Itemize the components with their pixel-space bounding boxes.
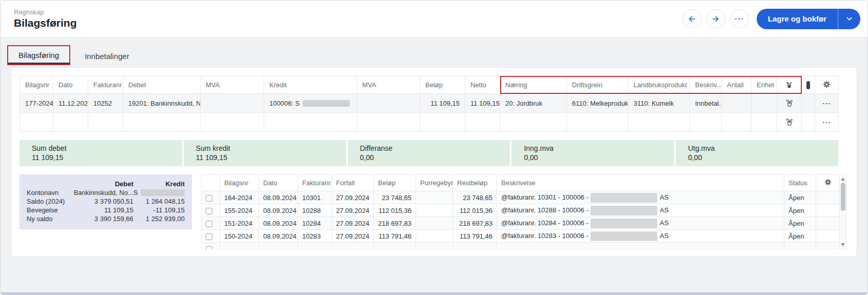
cell-naering[interactable]: 20: Jordbruk (500, 94, 567, 113)
tab-bilagsforing[interactable]: Bilagsføring (8, 46, 69, 64)
invoice-row[interactable]: 151-2024 08.09.2024 10284 27.09.2024 218… (202, 217, 840, 230)
cell-driftsgrein[interactable] (567, 113, 628, 132)
cell-restbelop: 112 015,36 (453, 204, 497, 217)
sum-value: 11 109,15 (32, 153, 182, 162)
col-header-fakturanr: Fakturanr (298, 175, 332, 191)
entry-row: 177-2024 11.12.2024 10252 19201: Bankinn… (20, 94, 839, 113)
account-row: Ny saldo 3 390 159,66 1 252 939,00 (27, 214, 185, 223)
cell-beskrivelse[interactable]: Innbetal... (690, 94, 722, 113)
cell-dato[interactable]: 11.12.2024 (53, 94, 88, 113)
cell-belop[interactable]: 11 109,15 (420, 94, 465, 113)
cell-actions (816, 230, 840, 243)
chevron-down-icon (845, 15, 853, 23)
account-debet-value: 3 390 159,66 (72, 214, 133, 223)
scroll-down-icon[interactable] (841, 243, 845, 246)
cell-forfall: 27.09.2024 (332, 230, 374, 243)
row-agriculture-button[interactable] (777, 94, 802, 113)
cell-fakturanr[interactable] (88, 113, 123, 132)
invoice-row-partial[interactable] (202, 243, 840, 250)
cell-bilagsnr: 164-2024 (220, 191, 259, 204)
cell-mva-kredit[interactable] (357, 94, 420, 113)
col-header-belop: Beløp (374, 175, 416, 191)
cell-fakturanr[interactable]: 10252 (88, 94, 123, 113)
app-window: Regnskap Bilagsføring ··· Lagre og bokfø… (0, 0, 868, 295)
cell-select (202, 243, 220, 250)
back-button[interactable] (683, 9, 702, 28)
invoice-row[interactable]: 164-2024 08.09.2024 10301 27.09.2024 23 … (202, 191, 840, 204)
cell-naering[interactable] (500, 113, 567, 132)
cell-restbelop: 113 791,46 (453, 230, 497, 243)
cell-beskrivelse[interactable] (690, 113, 722, 132)
invoice-row[interactable]: 155-2024 08.09.2024 10288 27.09.2024 112… (202, 204, 840, 217)
breadcrumb[interactable]: Regnskap (14, 8, 77, 16)
heading-block: Regnskap Bilagsføring (14, 8, 77, 29)
cell-kredit[interactable] (264, 113, 357, 132)
entry-table-settings-button[interactable] (815, 76, 839, 94)
row-checkbox[interactable] (206, 246, 212, 249)
redacted-text (590, 231, 657, 241)
row-menu-button[interactable]: ··· (815, 113, 839, 132)
tab-bar: Bilagsføring Innbetalinger (7, 43, 867, 65)
cell-purregebyr (416, 204, 453, 217)
cell-bilagsnr[interactable]: 177-2024 (20, 94, 53, 113)
cell-restbelop (453, 243, 497, 250)
cell-debet[interactable]: 19201: Bankinnskudd, N... (123, 94, 201, 113)
sprout-icon (777, 97, 801, 108)
col-header-enhet: Enhet (752, 76, 777, 94)
description-text: @fakturanr. 10284 - 100006 - (501, 219, 588, 227)
invoice-table-settings-button[interactable] (816, 175, 840, 191)
row-checkbox[interactable] (206, 195, 212, 202)
sprout-icon (777, 116, 801, 127)
cell-mva-debet[interactable] (201, 94, 264, 113)
invoice-row[interactable]: 150-2024 08.09.2024 10283 27.09.2024 113… (202, 230, 840, 243)
cell-dato (259, 243, 298, 250)
cell-antall[interactable] (722, 113, 752, 132)
row-checkbox[interactable] (206, 221, 212, 227)
kredit-name-text: S (133, 189, 138, 196)
cell-belop[interactable] (420, 113, 465, 132)
sum-value: 11 109,15 (196, 153, 346, 162)
cell-debet[interactable] (123, 113, 201, 132)
cell-netto[interactable]: 11 109,15 (465, 94, 500, 113)
cell-enhet[interactable] (752, 94, 777, 113)
cell-attachment (802, 113, 815, 132)
description-suffix: AS (660, 193, 668, 201)
cell-mva-kredit[interactable] (357, 113, 420, 132)
cell-antall[interactable] (722, 94, 752, 113)
sum-debet: Sum debet 11 109,15 (19, 140, 182, 166)
row-checkbox[interactable] (206, 208, 212, 214)
cell-enhet[interactable] (752, 113, 777, 132)
scroll-up-icon[interactable] (841, 178, 845, 181)
col-header-restbelop: Restbeløp (453, 175, 497, 191)
tab-innbetalinger[interactable]: Innbetalinger (74, 47, 140, 65)
invoice-scrollbar[interactable] (840, 174, 846, 249)
save-and-post-button[interactable]: Lagre og bokfør (757, 9, 838, 29)
col-header-dato: Dato (259, 175, 298, 191)
cell-kredit[interactable]: 100006: S (264, 94, 357, 113)
cell-dato[interactable] (53, 113, 88, 132)
description-text: @fakturanr. 10288 - 100006 - (501, 206, 588, 214)
cell-bilagsnr (220, 243, 259, 250)
cell-netto[interactable] (465, 113, 500, 132)
cell-driftsgrein[interactable]: 6110: Melkeproduk... (567, 94, 628, 113)
row-agriculture-button[interactable] (777, 113, 802, 132)
col-header-bilagsnr: Bilagsnr (20, 76, 53, 94)
sum-value: 0,00 (360, 153, 510, 162)
save-dropdown-button[interactable] (838, 9, 860, 29)
cell-status: Åpen (784, 204, 816, 217)
cell-landbruksprodukt[interactable]: 3110: Kumelk (628, 94, 690, 113)
cell-landbruksprodukt[interactable] (628, 113, 690, 132)
forward-button[interactable] (706, 9, 725, 28)
scrollbar-thumb[interactable] (841, 183, 845, 211)
cell-bilagsnr[interactable] (20, 113, 53, 132)
more-actions-button[interactable]: ··· (730, 9, 749, 28)
cell-mva-debet[interactable] (201, 113, 264, 132)
row-menu-button[interactable]: ··· (815, 94, 839, 113)
utgaaende-mva: Utg.mva 0,00 (676, 140, 838, 166)
arrow-right-icon (707, 14, 725, 24)
cell-status: Åpen (784, 217, 816, 230)
cell-dato: 08.09.2024 (259, 204, 298, 217)
row-checkbox[interactable] (206, 233, 212, 240)
cell-status (784, 243, 816, 250)
open-invoices-table: Bilagsnr Dato Fakturanr Forfall Beløp Pu… (201, 174, 840, 249)
